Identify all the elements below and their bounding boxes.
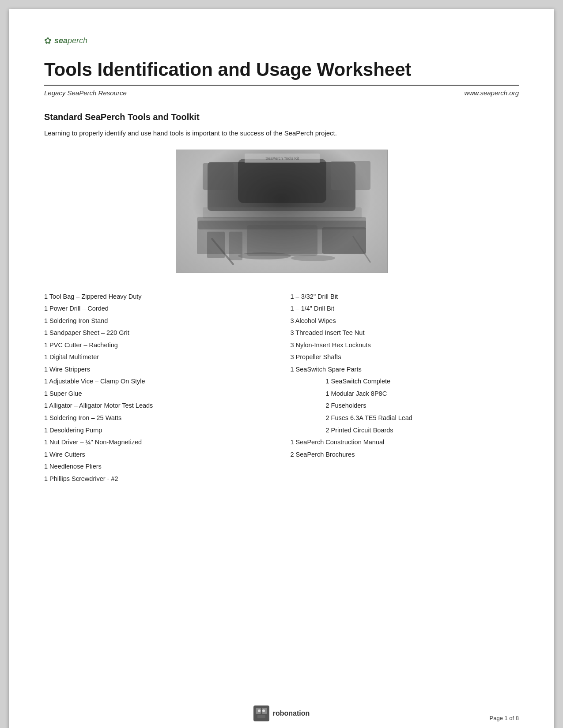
image-container: SeaPerch Tools Kit	[44, 150, 519, 273]
tool-item: 1 – 1/4" Drill Bit	[291, 303, 519, 315]
tool-item: 1 Soldering Iron Stand	[44, 315, 273, 327]
toolkit-image-inner: SeaPerch Tools Kit	[176, 150, 387, 273]
tool-item: 3 Nylon-Insert Hex Locknuts	[291, 339, 519, 352]
tool-item: 1 Digital Multimeter	[44, 351, 273, 364]
robonation-icon	[253, 705, 269, 721]
tool-item: 1 Power Drill – Corded	[44, 303, 273, 315]
tool-item: 3 Threaded Insert Tee Nut	[291, 327, 519, 339]
header-logo: ✿ seaperch	[44, 35, 519, 46]
svg-line-12	[353, 236, 370, 263]
svg-rect-6	[247, 225, 317, 256]
tool-item: 1 Wire Cutters	[44, 449, 273, 461]
page: ✿ seaperch Tools Identification and Usag…	[9, 9, 554, 728]
section-title: Standard SeaPerch Tools and Toolkit	[44, 112, 519, 122]
svg-text:SeaPerch Tools Kit: SeaPerch Tools Kit	[265, 156, 299, 161]
tool-item: 3 Alcohol Wipes	[291, 315, 519, 327]
toolkit-svg: SeaPerch Tools Kit	[176, 150, 388, 273]
tool-item: 1 PVC Cutter – Racheting	[44, 339, 273, 352]
tools-left-column: 1 Tool Bag – Zippered Heavy Duty1 Power …	[44, 291, 273, 485]
tool-item: 1 Tool Bag – Zippered Heavy Duty	[44, 291, 273, 303]
tool-item: 1 Desoldering Pump	[44, 424, 273, 437]
svg-rect-8	[203, 207, 362, 218]
tool-item: 1 Sandpaper Sheet – 220 Grit	[44, 327, 273, 339]
tool-item: 2 Fuseholders	[291, 400, 519, 412]
tool-item: 1 Modular Jack 8P8C	[291, 388, 519, 400]
tool-item: 1 Needlenose Pliers	[44, 461, 273, 473]
svg-point-10	[291, 255, 335, 261]
footer: robonation	[9, 705, 554, 721]
seaperch-icon: ✿	[44, 35, 52, 46]
tool-item: 1 SeaSwitch Spare Parts	[291, 364, 519, 376]
footer-logo-text: robonation	[273, 709, 310, 717]
svg-line-11	[212, 238, 234, 265]
tool-item: 3 Propeller Shafts	[291, 351, 519, 364]
tool-item: 2 SeaPerch Brochures	[291, 449, 519, 461]
tool-item: 1 SeaSwitch Complete	[291, 375, 519, 388]
tool-item: 1 Nut Driver – ¼" Non-Magnetized	[44, 436, 273, 449]
tool-item: 1 Phillips Screwdriver - #2	[44, 473, 273, 485]
svg-rect-17	[257, 715, 265, 718]
subtitle-right: www.seaperch.org	[465, 89, 519, 97]
svg-point-18	[258, 709, 261, 712]
svg-rect-2	[331, 161, 370, 190]
tool-item: 1 Adjustable Vice – Clamp On Style	[44, 375, 273, 388]
page-number: Page 1 of 8	[490, 715, 519, 721]
svg-rect-0	[238, 159, 326, 203]
tool-item: 2 Printed Circuit Boards	[291, 424, 519, 437]
subtitle-left: Legacy SeaPerch Resource	[44, 89, 127, 97]
tool-item: 1 Super Glue	[44, 388, 273, 400]
tool-item: 1 Wire Strippers	[44, 364, 273, 376]
svg-point-19	[262, 709, 265, 712]
subtitle-row: Legacy SeaPerch Resource www.seaperch.or…	[44, 89, 519, 97]
tool-item: 1 – 3/32" Drill Bit	[291, 291, 519, 303]
svg-rect-3	[198, 221, 366, 229]
footer-logo: robonation	[253, 705, 310, 721]
tool-item: 1 SeaPerch Construction Manual	[291, 436, 519, 449]
toolkit-image: SeaPerch Tools Kit	[176, 150, 388, 273]
tools-right-column: 1 – 3/32" Drill Bit1 – 1/4" Drill Bit3 A…	[291, 291, 519, 485]
tools-list-section: 1 Tool Bag – Zippered Heavy Duty1 Power …	[44, 291, 519, 485]
svg-point-9	[238, 252, 291, 259]
svg-rect-4	[207, 232, 225, 258]
svg-rect-1	[203, 163, 234, 190]
svg-rect-7	[322, 227, 366, 254]
tool-item: 2 Fuses 6.3A TE5 Radial Lead	[291, 412, 519, 424]
logo-text: seaperch	[54, 36, 87, 45]
page-title: Tools Identification and Usage Worksheet	[44, 59, 519, 86]
robonation-logo-svg	[255, 707, 268, 720]
tool-item: 1 Alligator – Alligator Motor Test Leads	[44, 400, 273, 412]
tool-item: 1 Soldering Iron – 25 Watts	[44, 412, 273, 424]
section-description: Learning to properly identify and use ha…	[44, 128, 519, 139]
